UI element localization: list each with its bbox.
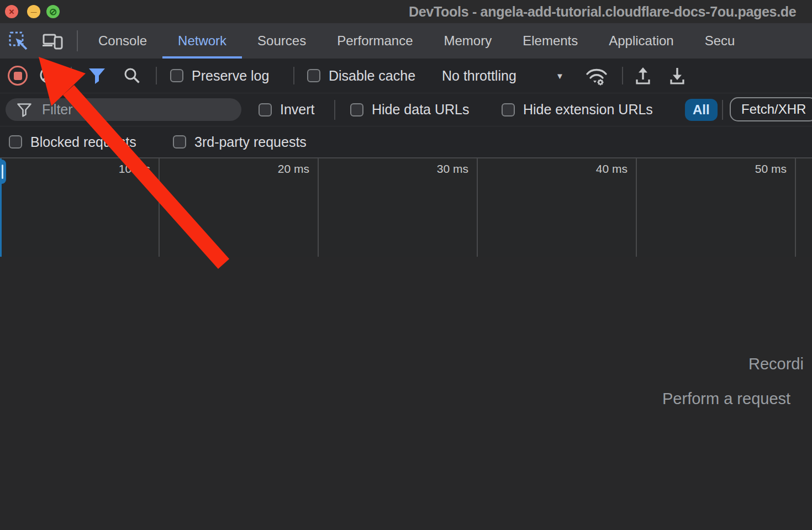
toolbar-divider (71, 67, 72, 84)
window-title: DevTools - angela-add-tutorial.cloudflar… (409, 0, 796, 23)
tab-elements[interactable]: Elements (507, 23, 593, 59)
tab-console[interactable]: Console (83, 23, 162, 59)
arrow-down-tray-icon (667, 65, 687, 86)
checkbox-box (307, 69, 320, 82)
third-party-requests-checkbox[interactable]: 3rd-party requests (173, 126, 307, 157)
disable-cache-label: Disable cache (329, 68, 415, 84)
search-button[interactable] (123, 66, 141, 87)
inspect-icon (8, 31, 28, 51)
minimize-window-button[interactable]: ─ (27, 5, 40, 18)
funnel-icon (87, 67, 107, 85)
blocked-requests-label: Blocked requests (30, 134, 136, 150)
invert-label: Invert (280, 102, 315, 118)
preserve-log-label: Preserve log (192, 68, 269, 84)
requests-filter-bar: Blocked requests 3rd-party requests (0, 126, 812, 157)
filter-input[interactable] (41, 101, 225, 118)
filter-bar: Invert Hide data URLs Hide extension URL… (0, 93, 812, 126)
zoom-window-button[interactable]: ⊘ (46, 5, 60, 18)
third-party-requests-label: 3rd-party requests (194, 134, 307, 150)
arrow-up-tray-icon (633, 65, 653, 86)
wifi-gear-icon (584, 65, 609, 87)
request-type-all-button[interactable]: All (685, 99, 718, 121)
request-type-fetch-xhr-button[interactable]: Fetch/XHR (730, 97, 812, 121)
filter-input-pill[interactable] (6, 98, 241, 121)
overview-divider (795, 158, 796, 257)
import-har-button[interactable] (633, 65, 653, 88)
tabbar-divider (77, 30, 78, 51)
overview-divider (636, 158, 637, 257)
filter-toggle-button[interactable] (87, 67, 107, 87)
disable-cache-checkbox[interactable]: Disable cache (307, 59, 415, 93)
overview-band[interactable]: 10 ms20 ms30 ms40 ms50 ms (0, 157, 812, 258)
caret-down-icon[interactable]: ▼ (556, 59, 564, 93)
device-toolbar-button[interactable] (42, 30, 63, 51)
tab-network[interactable]: Network (162, 23, 242, 59)
network-toolbar: Preserve log Disable cache No throttling… (0, 59, 812, 93)
blocked-requests-checkbox[interactable]: Blocked requests (9, 126, 136, 157)
empty-state-hint-text: Perform a request (662, 390, 790, 408)
checkbox-box (170, 69, 183, 82)
overview-tick-label: 20 ms (278, 162, 309, 176)
inspect-element-button[interactable] (8, 30, 29, 51)
tab-application[interactable]: Application (593, 23, 689, 59)
checkbox-box (502, 103, 515, 116)
toolbar-divider (622, 67, 623, 84)
overview-tick-label: 50 ms (755, 162, 787, 176)
tab-performance[interactable]: Performance (321, 23, 428, 59)
overview-divider (318, 158, 319, 257)
hide-extension-urls-checkbox[interactable]: Hide extension URLs (502, 93, 653, 126)
funnel-outline-icon (17, 103, 32, 117)
checkbox-box (173, 135, 186, 149)
throttling-value: No throttling (442, 68, 516, 84)
tab-bar: ConsoleNetworkSourcesPerformanceMemoryEl… (0, 23, 812, 59)
export-har-button[interactable] (667, 65, 687, 88)
checkbox-box (259, 103, 272, 116)
overview-tick-label: 30 ms (437, 162, 468, 176)
clear-network-log-button[interactable] (39, 66, 57, 87)
preserve-log-checkbox[interactable]: Preserve log (170, 59, 269, 93)
hide-data-urls-label: Hide data URLs (372, 102, 469, 118)
throttling-select[interactable]: No throttling (442, 59, 516, 93)
close-window-button[interactable]: ✕ (5, 5, 18, 18)
device-toolbar-icon (42, 31, 63, 51)
tab-list: ConsoleNetworkSourcesPerformanceMemoryEl… (83, 23, 750, 59)
search-icon (123, 66, 141, 85)
overview-divider (477, 158, 478, 257)
overview-tick-label: 10 ms (119, 162, 150, 176)
empty-state-recording-text: Recordi (748, 355, 804, 373)
filterbar-divider (722, 100, 723, 120)
tab-sources[interactable]: Sources (242, 23, 321, 59)
tab-memory[interactable]: Memory (429, 23, 508, 59)
network-conditions-button[interactable] (584, 65, 609, 89)
overview-tick-label: 40 ms (596, 162, 628, 176)
toolbar-divider (293, 67, 294, 84)
record-network-log-button[interactable] (8, 66, 28, 86)
devtools-window: ✕ ─ ⊘ DevTools - angela-add-tutorial.clo… (0, 0, 812, 530)
toolbar-divider (156, 67, 157, 84)
hide-data-urls-checkbox[interactable]: Hide data URLs (350, 93, 469, 126)
checkbox-box (9, 135, 22, 149)
invert-checkbox[interactable]: Invert (259, 93, 315, 126)
overview-selection-handle[interactable] (0, 160, 6, 184)
tab-secu[interactable]: Secu (689, 23, 751, 59)
stop-record-icon (14, 72, 22, 80)
titlebar: ✕ ─ ⊘ DevTools - angela-add-tutorial.clo… (0, 0, 812, 23)
checkbox-box (350, 103, 363, 116)
overview-divider (159, 158, 160, 257)
filterbar-divider (334, 100, 335, 120)
hide-extension-urls-label: Hide extension URLs (523, 102, 653, 118)
clear-icon (39, 66, 57, 84)
